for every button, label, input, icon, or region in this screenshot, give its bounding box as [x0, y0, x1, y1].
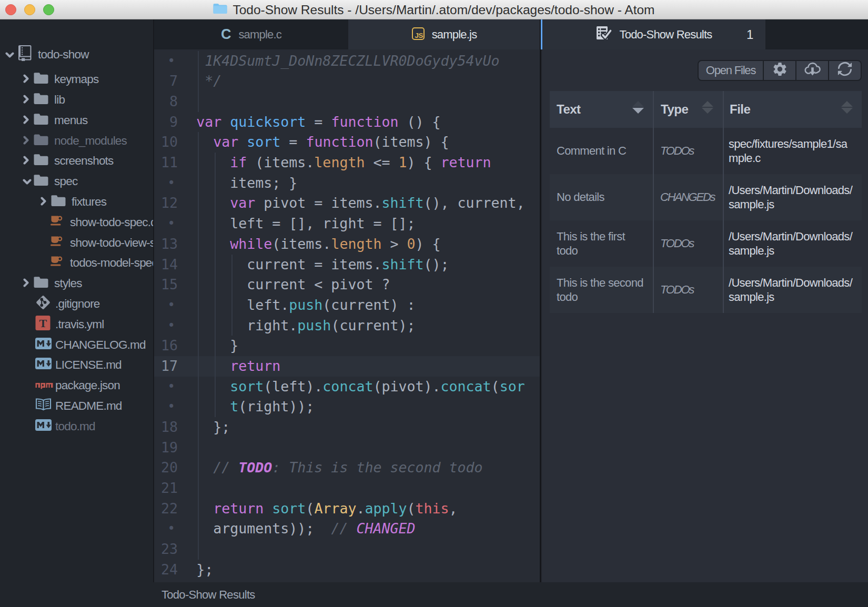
tree-item-lib[interactable]: lib: [0, 90, 153, 110]
code-token: [196, 154, 230, 170]
tab-sample-js[interactable]: JSsample.js: [348, 19, 540, 49]
results-table-header: TextTypeFile: [550, 91, 862, 128]
todo-file-cell: spec/fixtures/sample1/sample.c: [723, 128, 856, 174]
tree-item-label: styles: [54, 277, 82, 290]
refresh-button[interactable]: [829, 60, 862, 81]
chevron-right-icon[interactable]: [23, 93, 29, 107]
code-token: while: [230, 236, 272, 252]
settings-button[interactable]: [764, 60, 796, 81]
code-token: (: [491, 378, 500, 394]
todo-result-row[interactable]: This is the firsttodoTODOs/Users/Martin/…: [550, 220, 862, 267]
code-line: • arguments)); // CHANGED: [154, 519, 540, 539]
tree-item-license-md[interactable]: LICENSE.md: [0, 355, 153, 376]
cell-line: todo: [557, 290, 646, 304]
code-line: 21: [154, 478, 540, 499]
column-header-label: Text: [557, 102, 581, 117]
status-bar-package-name[interactable]: Todo-Show Results: [162, 588, 255, 602]
code-line: 22 return sort(Array.apply(this,: [154, 499, 540, 519]
todo-result-row[interactable]: No detailsCHANGEDs/Users/Martin/Download…: [550, 174, 862, 220]
todo-result-row[interactable]: This is the secondtodoTODOs/Users/Martin…: [550, 267, 862, 313]
code-line: • left.push(current) :: [154, 295, 540, 316]
line-number: 20: [154, 458, 178, 478]
tree-item-package-json[interactable]: package.json: [0, 376, 153, 396]
tree-item-fixtures[interactable]: fixtures: [0, 192, 153, 213]
soft-wrap-indicator: •: [154, 377, 178, 397]
code-line: • right.push(current);: [154, 316, 540, 336]
chevron-down-icon[interactable]: [5, 48, 14, 62]
tab-sample-c[interactable]: Csample.c: [154, 19, 348, 49]
tree-item-project-root[interactable]: todo-show: [0, 45, 153, 65]
code-token: [196, 134, 213, 150]
code-token: }: [196, 337, 238, 353]
code-token: };: [196, 561, 213, 578]
soft-wrap-indicator: •: [154, 519, 178, 539]
window-title-cluster: Todo-Show Results - /Users/Martin/.atom/…: [0, 0, 868, 19]
tree-item-changelog-md[interactable]: CHANGELOG.md: [0, 335, 153, 355]
tree-item-label: fixtures: [72, 195, 106, 209]
folder-icon: [34, 72, 48, 87]
tree-item-label: keymaps: [54, 73, 98, 86]
code-token: quicksort: [230, 114, 306, 130]
tree-item--gitignore[interactable]: .gitignore: [0, 294, 153, 315]
code-text: return sort(Array.apply(this,: [196, 499, 457, 519]
tree-item--travis-yml[interactable]: T.travis.yml: [0, 314, 153, 335]
code-token: arguments));: [196, 520, 331, 537]
code-token: ();: [424, 256, 449, 272]
folder-icon: [34, 92, 48, 107]
tree-item-show-todo-spec-coffee[interactable]: show-todo-spec.coffee: [0, 212, 153, 232]
code-line: 11 if (items.length <= 1) { return: [154, 153, 540, 173]
tree-item-todo-md[interactable]: todo.md: [0, 416, 153, 437]
soft-wrap-indicator: •: [154, 214, 178, 234]
code-token: pivot = items.: [255, 195, 381, 211]
tree-item-keymaps[interactable]: keymaps: [0, 69, 153, 90]
markdown-icon: [35, 358, 52, 372]
tree-view: todo-showkeymapslibmenusnode_modulesscre…: [0, 19, 153, 607]
chevron-right-icon[interactable]: [23, 114, 29, 127]
tree-item-menus[interactable]: menus: [0, 110, 153, 130]
code-text: */: [196, 71, 221, 92]
code-token: sort: [272, 500, 306, 517]
code-line: 23: [154, 539, 540, 560]
code-line: • left = [], right = [];: [154, 214, 540, 234]
code-line: 24};: [154, 560, 540, 580]
cell-line: TODOs: [660, 236, 715, 250]
line-number: 19: [154, 438, 178, 458]
sort-desc-icon: [841, 108, 853, 114]
gear-icon: [772, 61, 788, 80]
chevron-right-icon[interactable]: [40, 195, 47, 209]
tree-item-readme-md[interactable]: README.md: [0, 396, 153, 417]
save-as-button[interactable]: [796, 60, 829, 81]
status-bar: Todo-Show Results: [0, 582, 868, 607]
sort-asc-icon: [841, 101, 853, 107]
open-files-button[interactable]: Open Files: [698, 60, 764, 81]
chevron-right-dim-icon[interactable]: [23, 134, 29, 148]
tree-item-screenshots[interactable]: screenshots: [0, 151, 153, 171]
titlebar: Todo-Show Results - /Users/Martin/.atom/…: [0, 0, 868, 19]
code-text: current = items.shift();: [196, 255, 449, 275]
chevron-down-icon[interactable]: [23, 175, 32, 188]
pane-divider[interactable]: [540, 19, 541, 582]
tab-todo-show-results[interactable]: Todo-Show Results1: [542, 19, 765, 49]
line-number: 13: [154, 234, 178, 255]
chevron-right-icon[interactable]: [23, 154, 29, 168]
sort-desc-icon: [632, 108, 644, 114]
code-token: push: [289, 297, 322, 313]
tree-item-todos-model-spec-coffee[interactable]: todos-model-spec.coffee: [0, 253, 153, 274]
tree-item-styles[interactable]: styles: [0, 274, 153, 294]
line-number: 10: [154, 132, 178, 153]
line-number: 15: [154, 275, 178, 295]
tree-item-spec[interactable]: spec: [0, 171, 153, 192]
code-text: var pivot = items.shift(), current,: [196, 193, 524, 214]
tree-item-node-modules[interactable]: node_modules: [0, 130, 153, 151]
cell-line: TODOs: [660, 144, 715, 158]
chevron-right-icon[interactable]: [23, 277, 29, 290]
todo-result-row[interactable]: Comment in CTODOsspec/fixtures/sample1/s…: [550, 128, 862, 174]
editor[interactable]: • 1K4DSumtJ_DoNn8ZECZLLVR0DoGydy54vUo7 *…: [154, 49, 540, 582]
chevron-right-icon[interactable]: [23, 73, 29, 86]
line-number: 9: [154, 112, 178, 133]
code-token: CHANGED: [356, 520, 415, 537]
code-lines: • 1K4DSumtJ_DoNn8ZECZLLVR0DoGydy54vUo7 *…: [154, 51, 540, 580]
code-text: items; }: [196, 173, 297, 194]
tree-item-show-todo-view-spec-coffee[interactable]: show-todo-view-spec.coffee: [0, 232, 153, 253]
travis-icon: T: [35, 315, 51, 333]
